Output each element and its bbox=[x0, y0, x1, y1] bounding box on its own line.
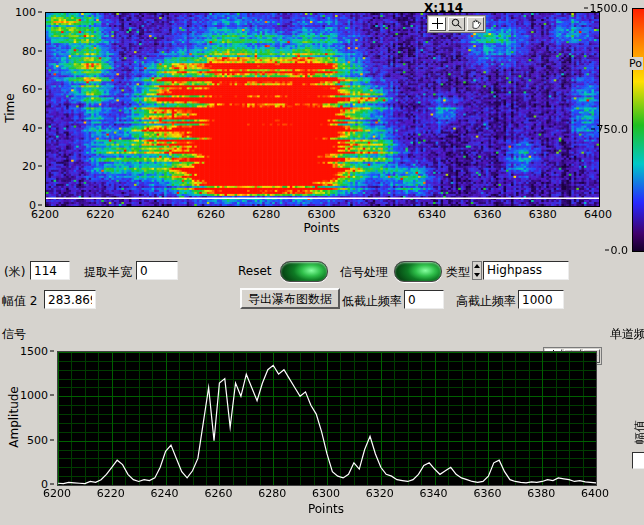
tick-label: 6360 bbox=[473, 487, 501, 500]
tick-label: 6200 bbox=[43, 487, 71, 500]
meter-input[interactable] bbox=[30, 261, 70, 280]
tick-label: 20 bbox=[22, 160, 42, 173]
tick-label: 6380 bbox=[527, 487, 555, 500]
hand-icon bbox=[470, 17, 482, 32]
tick-label: 6380 bbox=[529, 208, 557, 221]
right-partial-section-label: 单道频 bbox=[610, 326, 644, 343]
tick-label: 6340 bbox=[420, 487, 448, 500]
tick-label: 6240 bbox=[151, 487, 179, 500]
signal-y-axis-label: Amplitude bbox=[7, 386, 21, 448]
tick-label: 6280 bbox=[258, 487, 286, 500]
signal-y-ticks: 150010005000 bbox=[22, 351, 54, 484]
reset-toggle-button[interactable] bbox=[280, 261, 328, 282]
signal-section-label: 信号 bbox=[2, 326, 26, 343]
signal-process-toggle-button[interactable] bbox=[394, 261, 442, 282]
amplitude2-label: 幅值 2 bbox=[2, 293, 37, 310]
waterfall-x-axis-label: Points bbox=[45, 221, 598, 235]
pan-tool-button[interactable] bbox=[467, 17, 484, 31]
tick-label: 6260 bbox=[197, 208, 225, 221]
right-edge-partial-vertical-label: 幅值 bbox=[632, 420, 644, 444]
low-cutoff-input[interactable] bbox=[404, 290, 444, 309]
halfwidth-input[interactable] bbox=[136, 261, 178, 280]
signal-process-label: 信号处理 bbox=[340, 264, 388, 281]
tick-label: 6240 bbox=[142, 208, 170, 221]
tick-label: 6200 bbox=[31, 208, 59, 221]
meter-label: (米) bbox=[4, 264, 25, 281]
labview-panel: X:114 Time 100806040200 6200622062406260… bbox=[0, 0, 644, 525]
low-cutoff-label: 低截止频率 bbox=[342, 293, 402, 310]
tick-label: 60 bbox=[22, 83, 42, 96]
filter-type-spinner[interactable] bbox=[472, 261, 482, 280]
waterfall-y-ticks: 100806040200 bbox=[12, 12, 42, 205]
waterfall-plot[interactable] bbox=[45, 12, 600, 207]
tick-label: 6300 bbox=[308, 208, 336, 221]
tick-label: 6300 bbox=[312, 487, 340, 500]
tick-label: 6320 bbox=[363, 208, 391, 221]
tick-label: 6220 bbox=[97, 487, 125, 500]
signal-x-axis-label: Points bbox=[57, 502, 595, 516]
tick-label: 6280 bbox=[252, 208, 280, 221]
tick-label: 100 bbox=[15, 6, 42, 19]
export-waterfall-button[interactable]: 导出瀑布图数据 bbox=[240, 288, 340, 309]
waterfall-graph-palette bbox=[427, 15, 486, 33]
colorbar-partial-label: Po bbox=[628, 57, 643, 70]
tick-label: 6260 bbox=[204, 487, 232, 500]
crosshair-icon bbox=[432, 17, 443, 32]
tick-label: 0.0 bbox=[605, 244, 629, 257]
reset-label: Reset bbox=[238, 264, 272, 278]
tick-label: 6320 bbox=[366, 487, 394, 500]
tick-label: 500 bbox=[27, 433, 54, 446]
halfwidth-label: 提取半宽 bbox=[84, 264, 132, 281]
tick-label: 1000 bbox=[20, 389, 54, 402]
colorbar-tick-labels: 1500.0750.00.0 bbox=[584, 8, 628, 250]
tick-label: 1500 bbox=[20, 345, 54, 358]
high-cutoff-label: 高截止频率 bbox=[456, 293, 516, 310]
filter-type-label: 类型 bbox=[446, 264, 470, 281]
magnifier-icon bbox=[451, 17, 463, 32]
tick-label: 6360 bbox=[473, 208, 501, 221]
waterfall-x-ticks: 6200622062406260628063006320634063606380… bbox=[45, 208, 598, 221]
zoom-tool-button[interactable] bbox=[448, 17, 465, 31]
signal-x-ticks: 6200622062406260628063006320634063606380… bbox=[57, 487, 595, 500]
signal-plot[interactable] bbox=[57, 351, 597, 486]
tick-label: 6400 bbox=[581, 487, 609, 500]
cursor-tool-button[interactable] bbox=[429, 17, 446, 31]
right-edge-partial-input[interactable] bbox=[632, 452, 644, 469]
tick-label: 40 bbox=[22, 121, 42, 134]
colorbar bbox=[632, 8, 644, 252]
tick-label: 1500.0 bbox=[584, 2, 629, 15]
tick-label: 80 bbox=[22, 44, 42, 57]
tick-label: 750.0 bbox=[591, 123, 629, 136]
tick-label: 6340 bbox=[418, 208, 446, 221]
tick-label: 6220 bbox=[86, 208, 114, 221]
amplitude2-input[interactable] bbox=[44, 290, 96, 309]
filter-type-dropdown[interactable]: Highpass bbox=[483, 261, 569, 280]
high-cutoff-input[interactable] bbox=[518, 290, 564, 309]
